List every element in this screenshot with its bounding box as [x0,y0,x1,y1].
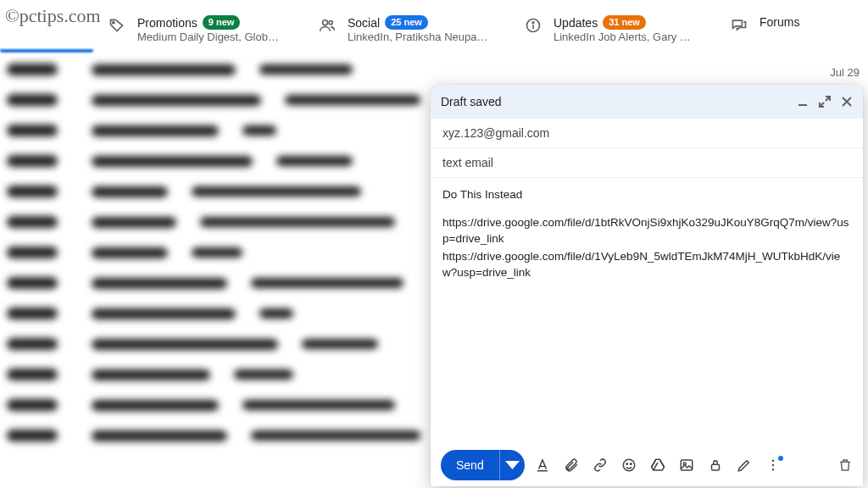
compose-body-line2: https://drive.google.com/file/d/1btRkVOn… [442,214,851,247]
svg-point-10 [630,463,632,465]
emoji-icon[interactable] [621,458,637,473]
expand-icon[interactable] [819,96,831,108]
compose-body-line3: https://drive.google.com/file/d/1VyLeb9N… [442,248,851,280]
confidential-icon[interactable] [708,458,723,473]
tab-promotions-label: Promotions [137,16,198,30]
compose-header[interactable]: Draft saved [431,85,863,119]
close-icon[interactable] [841,96,853,108]
tab-social-label: Social [348,16,380,30]
svg-point-8 [623,459,635,471]
forums-icon [731,17,748,34]
minimize-icon[interactable] [797,96,809,108]
drive-icon[interactable] [650,458,665,473]
compose-status: Draft saved [441,95,502,108]
tab-promotions-sub: Medium Daily Digest, GlobalS… [137,30,281,43]
svg-point-14 [772,460,774,462]
tab-forums-label: Forums [760,15,799,29]
tab-forums[interactable]: Forums [731,15,848,34]
link-icon[interactable] [593,458,608,473]
svg-point-16 [772,469,774,470]
attach-icon[interactable] [564,458,579,473]
svg-point-0 [113,22,114,24]
tab-social[interactable]: Social 25 new LinkedIn, Pratiksha Neupan… [319,15,525,43]
info-icon [525,17,542,34]
compose-window: Draft saved xyz.123@gmail.com text email… [431,85,863,486]
tab-social-sub: LinkedIn, Pratiksha Neupane, … [348,30,492,43]
svg-point-15 [772,464,774,466]
tab-social-badge: 25 new [385,15,428,30]
tag-icon [108,17,125,34]
compose-subject-field[interactable]: text email [431,148,863,178]
compose-toolbar: Send [431,444,863,486]
image-icon[interactable] [679,458,694,473]
signature-icon[interactable] [737,458,752,473]
svg-rect-13 [711,464,719,470]
tab-updates-badge: 31 new [603,15,646,30]
format-icon[interactable] [535,458,550,473]
send-more-button[interactable] [499,450,525,480]
tab-updates[interactable]: Updates 31 new LinkedIn Job Alerts, Gary… [525,15,731,43]
discard-draft-icon[interactable] [837,458,853,473]
compose-to-field[interactable]: xyz.123@gmail.com [431,119,863,148]
tab-updates-label: Updates [554,16,598,30]
more-options-icon[interactable] [765,458,781,473]
tab-promotions[interactable]: Promotions 9 new Medium Daily Digest, Gl… [108,15,319,43]
tab-updates-sub: LinkedIn Job Alerts, Gary Bre… [554,30,698,43]
svg-point-2 [329,21,332,25]
svg-point-5 [532,22,534,24]
send-button[interactable]: Send [441,450,499,480]
people-icon [319,17,336,34]
svg-point-9 [626,463,628,465]
compose-body[interactable]: Do This Instead https://drive.google.com… [431,178,863,444]
compose-body-line1: Do This Instead [442,186,851,202]
tab-promotions-badge: 9 new [203,15,241,30]
svg-point-1 [323,20,328,25]
svg-rect-11 [681,460,693,470]
watermark-text: ©pctips.com [5,5,101,27]
svg-rect-6 [798,104,807,106]
